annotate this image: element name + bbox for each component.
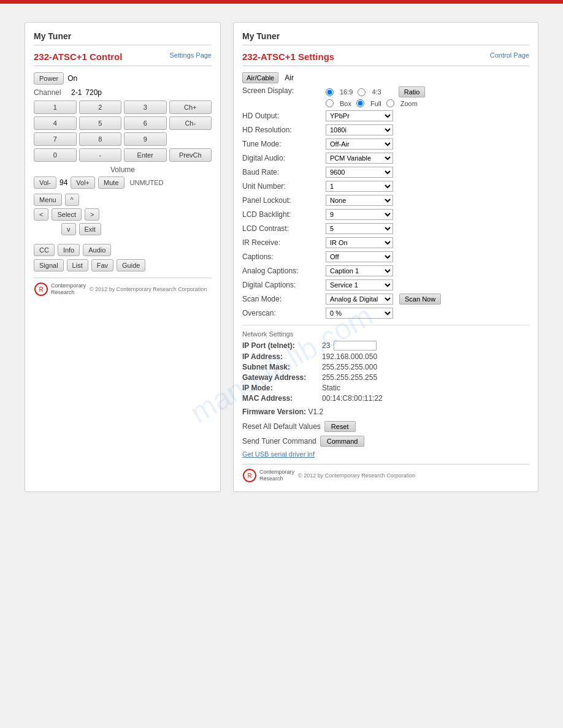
usb-link[interactable]: Get USB serial driver inf <box>242 450 529 458</box>
btn-prevch[interactable]: PrevCh <box>169 148 212 162</box>
vol-plus-button[interactable]: Vol+ <box>71 176 95 189</box>
ratio-43-label: 4:3 <box>372 88 381 96</box>
right-footer: R ContemporaryResearch © 2012 by Contemp… <box>242 464 529 483</box>
setting-select-9[interactable]: IR OnIR Off <box>326 237 393 248</box>
command-label: Send Tuner Command <box>242 437 316 446</box>
btn-1[interactable]: 1 <box>34 100 77 114</box>
btn-4[interactable]: 4 <box>34 116 77 130</box>
air-cable-row: Air/Cable Air <box>242 72 529 83</box>
ip-mode-row: IP Mode: Static <box>242 384 529 392</box>
setting-label-5: Unit Number: <box>242 182 322 191</box>
box-radio[interactable] <box>326 99 334 107</box>
btn-chplus[interactable]: Ch+ <box>169 100 212 114</box>
right-subtitle: 232-ATSC+1 Settings <box>242 51 334 62</box>
setting-select-5[interactable]: 1234 <box>326 181 393 192</box>
settings-page-link[interactable]: Settings Page <box>170 51 212 59</box>
subnet-label: Subnet Mask: <box>242 363 322 371</box>
setting-select-1[interactable]: 1080i720p480p <box>326 124 393 135</box>
setting-select-3[interactable]: PCM VariablePCM FixedDolby <box>326 153 393 164</box>
btn-6[interactable]: 6 <box>124 116 167 130</box>
left-button[interactable]: < <box>34 208 48 221</box>
btn-8[interactable]: 8 <box>79 132 122 146</box>
btn-9[interactable]: 9 <box>124 132 167 146</box>
vol-minus-button[interactable]: Vol- <box>34 176 56 189</box>
ip-port-label: IP Port (telnet): <box>242 341 322 350</box>
control-page-link[interactable]: Control Page <box>490 51 529 59</box>
setting-row-0: HD Output:YPbPrHDMIComponent <box>242 110 529 121</box>
power-button[interactable]: Power <box>34 72 64 85</box>
reset-row: Reset All Default Values Reset <box>242 421 529 432</box>
reset-button[interactable]: Reset <box>324 421 356 432</box>
select-button[interactable]: Select <box>52 208 82 221</box>
setting-label-10: Captions: <box>242 252 322 261</box>
setting-label-8: LCD Contrast: <box>242 224 322 233</box>
left-footer: R ContemporaryResearch © 2012 by Contemp… <box>34 278 212 297</box>
ip-address-row: IP Address: 192.168.000.050 <box>242 352 529 361</box>
ip-port-input[interactable] <box>334 341 377 351</box>
exit-button[interactable]: Exit <box>79 223 101 235</box>
setting-row-5: Unit Number:1234 <box>242 181 529 192</box>
ratio-169-label: 16:9 <box>340 88 353 96</box>
right-logo: R ContemporaryResearch <box>242 468 294 483</box>
btn-0[interactable]: 0 <box>34 148 77 162</box>
ratio-169-radio[interactable] <box>326 88 334 96</box>
nav-section: Menu ^ < Select > v Exit <box>34 194 212 239</box>
down-button[interactable]: v <box>61 223 76 235</box>
network-title: Network Settings <box>242 330 529 338</box>
setting-label-0: HD Output: <box>242 112 322 120</box>
scan-mode-select[interactable]: Analog & Digital Digital Only Analog Onl… <box>326 294 393 305</box>
overscan-label: Overscan: <box>242 309 322 317</box>
full-radio[interactable] <box>356 99 364 107</box>
cc-button[interactable]: CC <box>34 244 55 256</box>
guide-button[interactable]: Guide <box>117 259 145 271</box>
mute-button[interactable]: Mute <box>98 176 124 189</box>
btn-enter[interactable]: Enter <box>124 148 167 162</box>
setting-select-2[interactable]: Off-AirCable <box>326 138 393 150</box>
setting-select-6[interactable]: NoneAllCH Only <box>326 195 393 206</box>
audio-button[interactable]: Audio <box>83 244 111 256</box>
command-button[interactable]: Command <box>320 436 365 447</box>
setting-row-11: Analog Captions:Caption 1Caption 2Captio… <box>242 265 529 276</box>
channel-row: Channel 2-1 720p <box>34 88 212 97</box>
setting-select-0[interactable]: YPbPrHDMIComponent <box>326 110 393 121</box>
btn-3[interactable]: 3 <box>124 100 167 114</box>
btn-7[interactable]: 7 <box>34 132 77 146</box>
setting-select-7[interactable]: 12345678910 <box>326 209 393 220</box>
screen-display-row: Screen Display: 16:9 4:3 Ratio Box Full … <box>242 86 529 107</box>
setting-row-1: HD Resolution:1080i720p480p <box>242 124 529 135</box>
ratio-button[interactable]: Ratio <box>399 86 426 97</box>
setting-select-4[interactable]: 96001920038400 <box>326 167 393 178</box>
menu-button[interactable]: Menu <box>34 194 62 206</box>
air-cable-button[interactable]: Air/Cable <box>242 72 278 83</box>
setting-row-4: Baud Rate:96001920038400 <box>242 167 529 178</box>
setting-label-6: Panel Lockout: <box>242 196 322 205</box>
btn-5[interactable]: 5 <box>79 116 122 130</box>
setting-select-10[interactable]: OffOn <box>326 251 393 262</box>
signal-button[interactable]: Signal <box>34 259 64 271</box>
setting-label-1: HD Resolution: <box>242 126 322 134</box>
command-row: Send Tuner Command Command <box>242 436 529 447</box>
overscan-select[interactable]: 0 %1 %2 % 3 %4 %5 % <box>326 308 393 319</box>
info-button[interactable]: Info <box>58 244 80 256</box>
setting-select-12[interactable]: Service 1Service 2Service 3 <box>326 279 393 290</box>
zoom-radio[interactable] <box>386 99 394 107</box>
btn-chminus[interactable]: Ch- <box>169 116 212 130</box>
svg-text:R: R <box>39 286 43 293</box>
fav-button[interactable]: Fav <box>91 259 113 271</box>
setting-label-2: Tune Mode: <box>242 140 322 148</box>
btn-dash[interactable]: - <box>79 148 122 162</box>
list-button[interactable]: List <box>67 259 88 271</box>
setting-label-3: Digital Audio: <box>242 154 322 162</box>
setting-select-11[interactable]: Caption 1Caption 2Caption 3 <box>326 265 393 276</box>
svg-text:R: R <box>247 472 251 479</box>
right-button[interactable]: > <box>85 208 99 221</box>
ratio-43-radio[interactable] <box>358 88 366 96</box>
setting-select-8[interactable]: 12345678910 <box>326 223 393 234</box>
left-copyright: © 2012 by Contemporary Research Corporat… <box>90 286 207 292</box>
up-button[interactable]: ^ <box>65 194 79 206</box>
btn-2[interactable]: 2 <box>79 100 122 114</box>
firmware-row: Firmware Version: V1.2 <box>242 408 529 416</box>
gateway-value: 255.255.255.255 <box>322 373 377 382</box>
setting-row-2: Tune Mode:Off-AirCable <box>242 138 529 150</box>
scan-now-button[interactable]: Scan Now <box>399 294 441 305</box>
